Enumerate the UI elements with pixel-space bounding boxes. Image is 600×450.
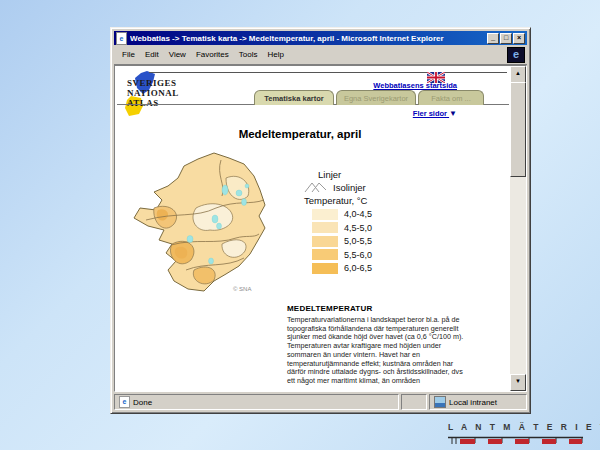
tab-fakta-om[interactable]: Fakta om ... bbox=[418, 90, 484, 105]
minimize-button[interactable]: _ bbox=[487, 33, 499, 44]
legend-title: Linjer bbox=[318, 169, 444, 180]
home-link[interactable]: Webbatlasens startsida bbox=[345, 81, 457, 90]
ie-document-icon: e bbox=[116, 32, 127, 45]
legend-scale-title: Temperatur, °C bbox=[304, 195, 444, 206]
menu-view[interactable]: View bbox=[165, 49, 190, 60]
lantmateriet-logo: L A N T M Ä T E R I E T bbox=[448, 422, 583, 450]
web-page: SVERIGES NATIONAL ATLAS bbox=[115, 66, 510, 391]
article: MEDELTEMPERATUR Temperaturvariationerna … bbox=[287, 304, 465, 386]
scroll-down-button[interactable]: ▼ bbox=[510, 374, 526, 391]
status-bar: e Done Local intranet bbox=[114, 392, 527, 410]
security-zone-label: Local intranet bbox=[449, 398, 497, 407]
legend-class-row: 5,5-6,0 bbox=[312, 249, 444, 260]
window-title: Webbatlas -> Tematisk karta -> Medeltemp… bbox=[130, 34, 484, 43]
leveling-staff-icon bbox=[448, 436, 583, 446]
tab-tematiska-kartor[interactable]: Tematiska kartor bbox=[254, 90, 334, 105]
isoline-icon bbox=[304, 181, 330, 194]
chevron-down-icon: ▼ bbox=[449, 109, 457, 118]
article-body: Temperaturvariationerna i landskapet ber… bbox=[287, 316, 465, 386]
article-heading: MEDELTEMPERATUR bbox=[287, 304, 465, 313]
temperature-map[interactable] bbox=[126, 150, 304, 298]
lantmateriet-wordmark: L A N T M Ä T E R I E T bbox=[448, 422, 583, 432]
menu-help[interactable]: Help bbox=[263, 49, 287, 60]
menu-file[interactable]: File bbox=[118, 49, 139, 60]
tab-egna-sverigekartor[interactable]: Egna Sverigekartor bbox=[336, 90, 416, 105]
sna-logo[interactable]: SVERIGES NATIONAL ATLAS bbox=[119, 70, 179, 118]
status-text: Done bbox=[133, 398, 152, 407]
ie-logo-icon: e bbox=[507, 47, 525, 63]
legend-swatch bbox=[312, 209, 338, 220]
map-copyright: © SNA bbox=[233, 286, 251, 292]
menu-tools[interactable]: Tools bbox=[235, 49, 262, 60]
intranet-zone-icon bbox=[434, 396, 446, 408]
menu-favorites[interactable]: Favorites bbox=[192, 49, 233, 60]
slide-background: e Webbatlas -> Tematisk karta -> Medelte… bbox=[0, 0, 600, 450]
legend-class-row: 4,5-5,0 bbox=[312, 222, 444, 233]
legend-class-row: 5,0-5,5 bbox=[312, 236, 444, 247]
isoline-label: Isolinjer bbox=[333, 182, 366, 193]
browser-window: e Webbatlas -> Tematisk karta -> Medelte… bbox=[110, 27, 531, 414]
close-button[interactable]: × bbox=[513, 33, 525, 44]
scrollbar-thumb[interactable] bbox=[510, 82, 526, 177]
maximize-button[interactable]: □ bbox=[500, 33, 512, 44]
legend-swatch bbox=[312, 222, 338, 233]
header-divider bbox=[149, 72, 507, 73]
browser-viewport: SVERIGES NATIONAL ATLAS bbox=[114, 65, 527, 392]
menu-edit[interactable]: Edit bbox=[141, 49, 163, 60]
window-titlebar[interactable]: e Webbatlas -> Tematisk karta -> Medelte… bbox=[114, 31, 527, 45]
scroll-up-button[interactable]: ▲ bbox=[510, 66, 526, 83]
status-page-icon: e bbox=[119, 396, 130, 408]
menu-bar: File Edit View Favorites Tools Help e bbox=[114, 45, 527, 65]
map-legend: Linjer Isolinjer Temperatur, °C 4,0-4,5 bbox=[304, 169, 444, 274]
legend-swatch bbox=[312, 236, 338, 247]
page-title: Medeltemperatur, april bbox=[185, 128, 415, 140]
legend-class-row: 4,0-4,5 bbox=[312, 209, 444, 220]
more-pages-link[interactable]: Fler sidor ▼ bbox=[365, 109, 457, 118]
legend-class-row: 6,0-6,5 bbox=[312, 263, 444, 274]
legend-swatch bbox=[312, 249, 338, 260]
legend-swatch bbox=[312, 263, 338, 274]
